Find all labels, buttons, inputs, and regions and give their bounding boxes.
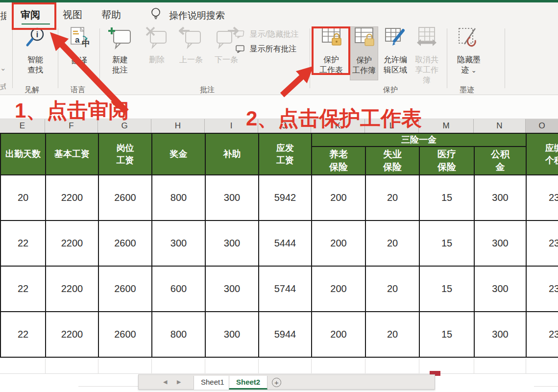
hide-ink-button[interactable]: 隐藏墨 迹 ⌄ bbox=[452, 26, 486, 75]
cell[interactable]: 22 bbox=[0, 220, 46, 266]
previous-comment-button[interactable]: 上一条 bbox=[174, 26, 208, 65]
cell[interactable]: 23 bbox=[526, 220, 558, 266]
highlight-box-protect-sheet bbox=[312, 26, 350, 75]
column-header-O[interactable]: O bbox=[526, 119, 558, 133]
annotation-step-1: 1、点击审阅 bbox=[15, 97, 129, 124]
cell[interactable]: 23 bbox=[526, 312, 558, 357]
cell[interactable]: 5944 bbox=[259, 312, 312, 357]
sheet-tab-sheet2[interactable]: Sheet2 bbox=[229, 376, 267, 390]
group-separator bbox=[58, 28, 58, 88]
sheet-nav-left-icon[interactable]: ◀ bbox=[163, 379, 167, 385]
cell[interactable]: 2200 bbox=[46, 266, 98, 312]
cell[interactable]: 2200 bbox=[46, 220, 98, 266]
cell[interactable]: 2600 bbox=[98, 220, 152, 266]
hide-ink-icon bbox=[452, 26, 486, 52]
gridline bbox=[311, 359, 312, 373]
cell[interactable]: 300 bbox=[474, 266, 526, 312]
cell[interactable]: 2600 bbox=[98, 266, 152, 312]
cell[interactable]: 15 bbox=[419, 312, 474, 357]
hide-ink-label-1: 隐藏墨 bbox=[457, 55, 481, 64]
cell[interactable]: 22 bbox=[0, 266, 46, 312]
cell[interactable]: 23 bbox=[526, 266, 558, 312]
cell[interactable]: 20 bbox=[365, 220, 419, 266]
header-housing-fund[interactable]: 公积金 bbox=[474, 147, 526, 175]
group-label-ink: 墨迹 bbox=[460, 85, 474, 95]
cell[interactable]: 23 bbox=[526, 175, 558, 220]
header-medical[interactable]: 医疗保险 bbox=[419, 147, 474, 175]
cell[interactable]: 5942 bbox=[259, 175, 312, 220]
cell[interactable]: 20 bbox=[0, 175, 46, 220]
cell[interactable]: 800 bbox=[152, 312, 205, 357]
header-unemployment[interactable]: 失业保险 bbox=[365, 147, 419, 175]
group-separator bbox=[12, 28, 13, 88]
highlight-box-review-tab bbox=[12, 2, 56, 30]
cell[interactable]: 300 bbox=[474, 312, 526, 357]
show-hide-comment-button[interactable]: 显示/隐藏批注 bbox=[235, 29, 299, 40]
cell[interactable]: 2200 bbox=[46, 312, 98, 357]
cell[interactable]: 5744 bbox=[259, 266, 312, 312]
cell[interactable]: 200 bbox=[312, 312, 365, 357]
cell[interactable]: 600 bbox=[152, 266, 205, 312]
translate-button[interactable]: a中 翻译 bbox=[62, 26, 97, 66]
cell[interactable]: 2600 bbox=[98, 175, 152, 220]
cell[interactable]: 20 bbox=[365, 312, 419, 357]
allow-edit-ranges-icon bbox=[380, 26, 411, 52]
cell[interactable]: 22 bbox=[0, 312, 46, 357]
sheet-nav-right-icon[interactable]: ▶ bbox=[177, 379, 181, 385]
allow-edit-ranges-button[interactable]: 允许编 辑区域 bbox=[380, 26, 411, 75]
header-base-salary[interactable]: 基本工资 bbox=[46, 133, 98, 175]
header-income-tax[interactable]: 应缴个税 bbox=[526, 133, 558, 175]
smart-lookup-button[interactable]: i 智能 查找 bbox=[16, 26, 55, 75]
delete-comment-label: 删除 bbox=[149, 55, 165, 64]
cell[interactable]: 300 bbox=[205, 175, 259, 220]
show-hide-comment-label: 显示/隐藏批注 bbox=[249, 30, 298, 38]
cell[interactable]: 300 bbox=[205, 266, 259, 312]
header-bonus[interactable]: 奖金 bbox=[152, 133, 205, 175]
cell[interactable]: 300 bbox=[205, 312, 259, 357]
group-label-insights: 见解 bbox=[24, 85, 39, 95]
smart-lookup-label-2: 查找 bbox=[27, 66, 43, 74]
cell[interactable]: 200 bbox=[312, 175, 365, 220]
cell[interactable]: 2200 bbox=[46, 175, 98, 220]
cell[interactable]: 15 bbox=[419, 266, 474, 312]
protect-workbook-button[interactable]: 保护 工作簿 bbox=[350, 26, 378, 80]
column-header-H[interactable]: H bbox=[151, 119, 205, 133]
cell[interactable]: 20 bbox=[365, 175, 419, 220]
smart-lookup-icon: i bbox=[16, 26, 55, 52]
new-comment-button[interactable]: 新建 批注 bbox=[104, 26, 136, 75]
delete-comment-button[interactable]: 删除 bbox=[141, 26, 172, 65]
column-header-M[interactable]: M bbox=[419, 119, 474, 133]
cell[interactable]: 20 bbox=[365, 266, 419, 312]
header-gross-pay[interactable]: 应发工资 bbox=[259, 133, 312, 175]
cell[interactable]: 300 bbox=[474, 175, 526, 220]
show-all-comments-button[interactable]: 显示所有批注 bbox=[235, 44, 296, 54]
cell[interactable]: 800 bbox=[152, 175, 205, 220]
cell[interactable]: 200 bbox=[312, 220, 365, 266]
unshare-workbook-button[interactable]: 取消共 享工作簿 bbox=[412, 26, 442, 85]
column-header-N[interactable]: N bbox=[474, 119, 526, 133]
sheet-tab-sheet1[interactable]: Sheet1 bbox=[194, 376, 232, 390]
header-insurance-group[interactable]: 三险一金 bbox=[312, 133, 526, 147]
cell[interactable]: 5444 bbox=[259, 220, 312, 266]
gridline bbox=[365, 359, 365, 373]
show-hide-comment-icon bbox=[235, 30, 245, 38]
cell[interactable]: 300 bbox=[205, 220, 259, 266]
cell[interactable]: 15 bbox=[419, 220, 474, 266]
cell[interactable]: 2600 bbox=[98, 312, 152, 357]
gridline bbox=[474, 359, 474, 373]
tell-me-search[interactable]: 操作说明搜索 bbox=[169, 9, 225, 22]
cell[interactable]: 200 bbox=[312, 266, 365, 312]
header-position-salary[interactable]: 岗位工资 bbox=[98, 133, 152, 175]
add-sheet-button[interactable]: + bbox=[272, 378, 281, 387]
header-attendance[interactable]: 出勤天数 bbox=[0, 133, 46, 175]
previous-comment-icon bbox=[174, 26, 208, 52]
tab-view[interactable]: 视图 bbox=[63, 8, 82, 22]
header-subsidy[interactable]: 补助 bbox=[205, 133, 259, 175]
cell[interactable]: 15 bbox=[419, 175, 474, 220]
cell[interactable]: 300 bbox=[152, 220, 205, 266]
ribbon: ⌄ 式 i 智能 查找 见解 a中 翻译 语言 新建 批注 bbox=[0, 24, 558, 95]
group-separator bbox=[310, 28, 310, 88]
cell[interactable]: 300 bbox=[474, 220, 526, 266]
tab-help[interactable]: 帮助 bbox=[101, 8, 121, 22]
header-pension[interactable]: 养老保险 bbox=[312, 147, 365, 175]
